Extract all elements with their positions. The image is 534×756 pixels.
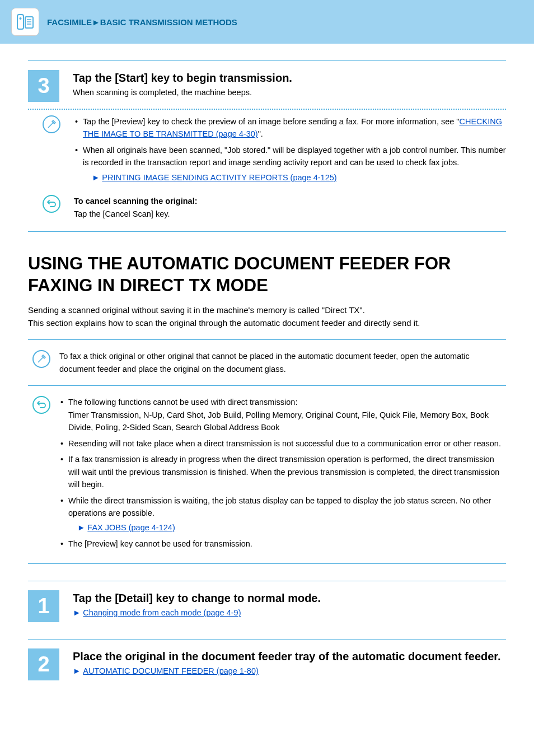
caution-bullet: If a fax transmission is already in prog… [59, 453, 506, 491]
info-icon [32, 350, 50, 368]
divider [28, 60, 506, 61]
return-icon [43, 195, 60, 213]
info-bullet: When all originals have been scanned, "J… [74, 144, 506, 184]
step-title: Tap the [Start] key to begin transmissio… [73, 72, 506, 85]
arrow-icon: ► [92, 173, 100, 182]
svg-rect-0 [17, 15, 24, 29]
step-3: 3 Tap the [Start] key to begin transmiss… [28, 70, 506, 102]
caution-bullet: The following functions cannot be used w… [59, 396, 506, 433]
step-number: 2 [28, 648, 59, 680]
intro-text: This section explains how to scan the or… [28, 316, 506, 329]
divider [28, 581, 506, 581]
text: While the direct transmission is waiting… [68, 496, 491, 517]
step-title: Tap the [Detail] key to change to normal… [73, 592, 506, 605]
link-adf[interactable]: AUTOMATIC DOCUMENT FEEDER (page 1-80) [83, 666, 258, 675]
svg-rect-2 [25, 17, 33, 28]
svg-point-1 [20, 17, 22, 20]
text: ". [258, 129, 263, 138]
dashed-divider [28, 109, 506, 110]
step-1: 1 Tap the [Detail] key to change to norm… [28, 590, 506, 622]
step-title: Place the original in the document feede… [73, 650, 506, 663]
caution-bullet: The [Preview] key cannot be used for tra… [59, 538, 506, 550]
cancel-desc: Tap the [Cancel Scan] key. [74, 208, 506, 220]
link-fax-jobs[interactable]: FAX JOBS (page 4-124) [87, 523, 175, 532]
info-bullet: Tap the [Preview] key to check the previ… [74, 115, 506, 141]
link-changing-mode[interactable]: Changing mode from each mode (page 4-9) [83, 608, 241, 617]
step-number: 1 [28, 590, 59, 622]
info-icon [43, 115, 60, 133]
info-note: Tap the [Preview] key to check the previ… [28, 115, 506, 187]
step-2: 2 Place the original in the document fee… [28, 648, 506, 680]
divider [28, 563, 506, 564]
breadcrumb: FACSIMILE►BASIC TRANSMISSION METHODS [47, 17, 237, 27]
text: Timer Transmission, N-Up, Card Shot, Job… [68, 410, 489, 432]
intro-text: Sending a scanned original without savin… [28, 304, 506, 316]
note-text: To fax a thick original or other origina… [59, 350, 506, 375]
arrow-icon: ► [73, 666, 81, 675]
return-icon [32, 396, 50, 414]
arrow-icon: ► [77, 523, 85, 532]
text: The following functions cannot be used w… [68, 398, 297, 407]
caution-bullet: Resending will not take place when a dir… [59, 437, 506, 450]
text: Tap the [Preview] key to check the previ… [83, 117, 460, 126]
divider [28, 385, 506, 386]
step-description: When scanning is completed, the machine … [73, 87, 506, 99]
caution-block: The following functions cannot be used w… [28, 391, 506, 558]
section-heading: USING THE AUTOMATIC DOCUMENT FEEDER FOR … [28, 253, 506, 297]
page-header: FACSIMILE►BASIC TRANSMISSION METHODS [0, 0, 534, 44]
divider [28, 231, 506, 232]
divider [28, 639, 506, 640]
caution-bullet: While the direct transmission is waiting… [59, 494, 506, 534]
fax-icon [11, 8, 39, 36]
arrow-icon: ► [73, 608, 81, 617]
divider [28, 339, 506, 340]
text: When all originals have been scanned, "J… [83, 146, 506, 167]
note-block: To fax a thick original or other origina… [28, 346, 506, 380]
cancel-note: To cancel scanning the original: Tap the… [28, 195, 506, 220]
step-number: 3 [28, 70, 59, 102]
cancel-title: To cancel scanning the original: [74, 195, 506, 207]
link-printing-reports[interactable]: PRINTING IMAGE SENDING ACTIVITY REPORTS … [102, 173, 336, 182]
